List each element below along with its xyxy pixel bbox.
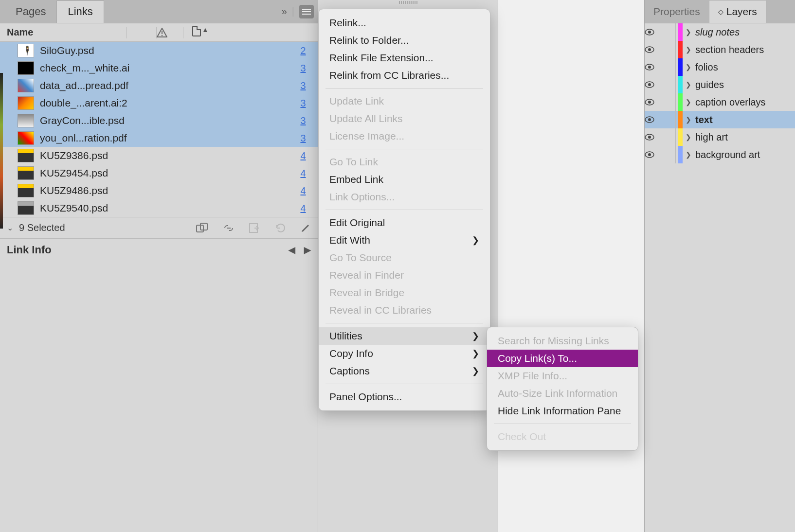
lock-column[interactable] (661, 23, 676, 41)
chevron-right-icon[interactable]: ❯ (686, 81, 691, 89)
prev-link-icon[interactable]: ◀ (289, 245, 295, 255)
layer-row[interactable]: ❯text (645, 111, 795, 128)
link-row[interactable]: GrayCon...ible.psd3 (0, 112, 318, 129)
tab-properties[interactable]: Properties (645, 0, 709, 23)
link-row[interactable]: SiloGuy.psd2 (0, 42, 318, 59)
link-row[interactable]: you_onl...ration.pdf3 (0, 129, 318, 147)
column-name[interactable]: Name (0, 27, 126, 38)
link-filename: GrayCon...ible.psd (40, 115, 289, 126)
link-instance-count[interactable]: 4 (289, 150, 318, 161)
link-instance-count[interactable]: 3 (289, 98, 318, 109)
layer-row[interactable]: ❯high art (645, 128, 795, 146)
visibility-toggle-icon[interactable] (645, 64, 661, 71)
menu-item-label: Panel Options... (329, 391, 402, 403)
link-row[interactable]: KU5Z9486.psd4 (0, 182, 318, 199)
menu-item[interactable]: Relink... (319, 14, 490, 32)
tab-pages[interactable]: Pages (5, 0, 56, 23)
layer-row[interactable]: ❯caption overlays (645, 93, 795, 111)
chevron-right-icon[interactable]: ❯ (686, 28, 691, 36)
link-row[interactable]: KU5Z9540.psd4 (0, 199, 318, 217)
menu-item: Reveal in CC Libraries (319, 301, 490, 319)
relink-icon[interactable] (222, 223, 235, 233)
chevron-right-icon[interactable]: ❯ (686, 46, 691, 53)
update-link-icon[interactable] (275, 223, 287, 233)
link-instance-count[interactable]: 4 (289, 185, 318, 196)
layers-panel: Properties ◇Layers ❯slug notes❯section h… (644, 0, 795, 532)
panel-menu-button[interactable] (299, 5, 314, 18)
layer-row[interactable]: ❯section headers (645, 41, 795, 58)
layer-row[interactable]: ❯background art (645, 146, 795, 163)
tab-links[interactable]: Links (56, 0, 104, 23)
links-panel: Pages Links » | Name ▲ SiloGuy.psd2check… (0, 0, 318, 532)
link-row[interactable]: double_...arent.ai:23 (0, 94, 318, 112)
lock-column[interactable] (661, 58, 676, 76)
sort-icon: ◇ (718, 8, 723, 16)
relink-cc-icon[interactable] (196, 223, 209, 233)
column-page[interactable]: ▲ (183, 26, 217, 39)
visibility-toggle-icon[interactable] (645, 134, 661, 141)
tab-layers[interactable]: ◇Layers (709, 0, 766, 23)
menu-item[interactable]: Relink File Extension... (319, 49, 490, 67)
edit-original-icon[interactable] (300, 223, 311, 233)
chevron-right-icon[interactable]: ❯ (686, 63, 691, 71)
layer-row[interactable]: ❯slug notes (645, 23, 795, 41)
menu-item[interactable]: Edit With❯ (319, 231, 490, 249)
visibility-toggle-icon[interactable] (645, 116, 661, 123)
link-instance-count[interactable]: 3 (289, 133, 318, 144)
svg-point-16 (648, 118, 651, 121)
visibility-toggle-icon[interactable] (645, 151, 661, 158)
column-status[interactable] (157, 28, 183, 37)
svg-point-1 (162, 35, 163, 35)
lock-column[interactable] (661, 128, 676, 146)
chevron-right-icon[interactable]: ❯ (686, 151, 691, 159)
layer-row[interactable]: ❯folios (645, 58, 795, 76)
lock-column[interactable] (661, 111, 676, 128)
disclosure-icon[interactable]: ⌄ (7, 223, 13, 232)
menu-item[interactable]: Edit Original (319, 214, 490, 231)
menu-item[interactable]: Relink from CC Libraries... (319, 67, 490, 84)
link-row[interactable]: check_m..._white.ai3 (0, 59, 318, 77)
visibility-toggle-icon[interactable] (645, 29, 661, 35)
goto-link-icon[interactable] (249, 223, 261, 233)
submenu-item[interactable]: Hide Link Information Pane (487, 402, 638, 420)
link-instance-count[interactable]: 3 (289, 115, 318, 126)
menu-item[interactable]: Panel Options... (319, 388, 490, 406)
layer-name: slug notes (695, 27, 740, 38)
lock-column[interactable] (661, 146, 676, 163)
link-row[interactable]: KU5Z9454.psd4 (0, 164, 318, 182)
chevron-right-icon[interactable]: ❯ (686, 133, 691, 141)
link-row[interactable]: data_ad...pread.pdf3 (0, 77, 318, 94)
link-instance-count[interactable]: 4 (289, 168, 318, 179)
menu-item-label: Embed Link (329, 174, 383, 185)
menu-item[interactable]: Embed Link (319, 171, 490, 188)
link-info-bar: Link Info ◀ ▶ (0, 238, 318, 261)
link-row[interactable]: KU5Z9386.psd4 (0, 147, 318, 164)
menu-item[interactable]: Copy Info❯ (319, 345, 490, 362)
layer-name: text (695, 114, 713, 125)
lock-column[interactable] (661, 93, 676, 111)
drag-handle-icon[interactable] (386, 1, 430, 5)
visibility-toggle-icon[interactable] (645, 46, 661, 53)
submenu-item[interactable]: Copy Link(s) To... (487, 350, 638, 367)
collapse-icon[interactable]: » (282, 6, 287, 17)
menu-item[interactable]: Utilities❯ (319, 327, 490, 345)
link-instance-count[interactable]: 2 (289, 45, 318, 56)
menu-item[interactable]: Relink to Folder... (319, 32, 490, 49)
link-instance-count[interactable]: 4 (289, 203, 318, 214)
menu-item: Reveal in Bridge (319, 284, 490, 301)
visibility-toggle-icon[interactable] (645, 99, 661, 106)
chevron-right-icon[interactable]: ❯ (686, 116, 691, 124)
layer-row[interactable]: ❯guides (645, 76, 795, 93)
submenu-item: Check Out (487, 428, 638, 445)
right-tabs: Properties ◇Layers (645, 0, 795, 23)
chevron-right-icon[interactable]: ❯ (686, 98, 691, 106)
layer-name: section headers (695, 44, 764, 55)
link-instance-count[interactable]: 3 (289, 63, 318, 74)
svg-point-18 (648, 136, 651, 139)
menu-item[interactable]: Captions❯ (319, 362, 490, 380)
visibility-toggle-icon[interactable] (645, 81, 661, 88)
lock-column[interactable] (661, 76, 676, 93)
link-instance-count[interactable]: 3 (289, 80, 318, 91)
next-link-icon[interactable]: ▶ (304, 245, 311, 255)
lock-column[interactable] (661, 41, 676, 58)
